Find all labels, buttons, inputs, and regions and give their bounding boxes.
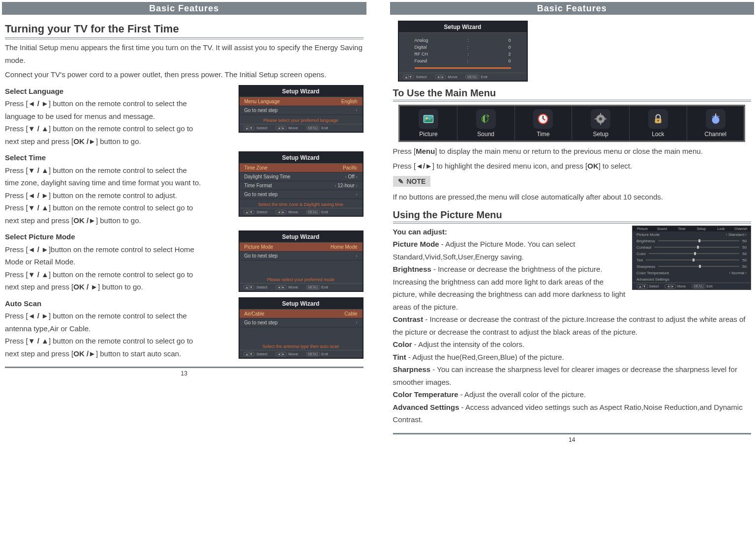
foot-select: Select <box>256 210 267 214</box>
scan-row-found: Found:0 <box>415 57 511 64</box>
intro-1: The Initial Setup menu appears the first… <box>5 41 363 66</box>
chevron-left-icon: ‹ <box>345 174 347 179</box>
chevron-right-icon: › <box>356 174 358 179</box>
pm-row-brightness: Brightness50 <box>633 238 751 244</box>
wizard-footer: ▲/▼ Select ◄/► Move MENU Exit <box>633 283 751 289</box>
foot-exit: Exit <box>481 75 487 79</box>
wizard-row-value: English <box>341 99 358 104</box>
lock-icon <box>648 109 668 129</box>
dpad-vertical-icon: ▲/▼ <box>243 352 255 356</box>
dpad-horizontal-icon: ◄/► <box>435 75 447 79</box>
pm-sharpness: Sharpness - You can increase the sharpne… <box>393 365 737 386</box>
picture-menu-heading: Using the Picture Menu <box>393 209 752 224</box>
adjust-lead: You can adjust: <box>393 228 448 236</box>
pm-row-tint: Tint50 <box>633 257 751 263</box>
wizard-row-next: Go to next step › <box>240 106 363 115</box>
pm-row-colortemp: Color Temperature‹ Normal › <box>633 270 751 276</box>
wizard-footer: ▲/▼Select ◄/►Move MENUExit <box>240 350 363 358</box>
dpad-horizontal-icon: ◄/► <box>665 284 676 288</box>
main-menu-item-lock: Lock <box>630 106 687 141</box>
page-13: Basic Features Turning your TV for the F… <box>2 0 366 443</box>
header-bar-right: Basic Features <box>390 2 755 15</box>
main-menu-label: Setup <box>593 131 608 138</box>
step-title: Select Time <box>5 151 202 164</box>
foot-move: Move <box>448 75 457 79</box>
dpad-vertical-icon: ▲/▼ <box>243 126 255 130</box>
dpad-vertical-icon: ▲/▼ <box>243 210 255 214</box>
step-p2: Press [▼ / ▲] button on the remote contr… <box>5 122 202 147</box>
pm-brightness: Brightness - Increase or decrease the br… <box>393 265 626 311</box>
foot-select: Select <box>416 75 426 79</box>
main-menu-label: Picture <box>419 131 437 138</box>
step-p2: Press [▼ / ▲] button on the remote contr… <box>5 268 202 293</box>
menu-pill-icon: MENU <box>306 285 320 289</box>
dpad-vertical-icon: ▲/▼ <box>636 284 648 288</box>
chevron-left-icon: ‹ <box>334 183 336 188</box>
pm-row-advanced: Advanced Settings <box>633 276 751 283</box>
header-bar-left: Basic Features <box>2 2 366 15</box>
wizard-row-pmode: Picture ModeHome Mode <box>240 243 363 252</box>
pm-color: Color - Adjust the intensity of the colo… <box>393 340 525 348</box>
step-title: Select Picture Mode <box>5 230 202 243</box>
foot-move: Move <box>288 352 298 356</box>
wizard-row-label: Go to next step <box>244 108 278 113</box>
menu-pill-icon: MENU <box>465 75 480 79</box>
pm-colortemp: Color Temperature - Adjust the overall c… <box>393 390 586 399</box>
menu-pill-icon: MENU <box>692 284 706 288</box>
pm-advanced: Advanced Settings - Access advanced vide… <box>393 403 743 424</box>
svg-rect-11 <box>605 118 606 119</box>
foot-select: Select <box>256 352 267 356</box>
scan-row-digital: Digital:0 <box>415 44 511 51</box>
chevron-right-icon: › <box>356 254 358 258</box>
dpad-horizontal-icon: ◄/► <box>275 210 287 214</box>
pm-row-mode: Picture Mode‹ Standard › <box>633 231 751 238</box>
foot-move: Move <box>288 285 298 289</box>
main-menu-item-sound: Sound <box>457 106 515 141</box>
wizard-row-next: Go to next step› <box>240 190 363 199</box>
svg-point-14 <box>712 116 719 124</box>
chevron-right-icon: › <box>356 320 358 325</box>
channel-icon <box>706 109 726 129</box>
wizard-footer: ▲/▼Select ◄/►Move MENUExit <box>399 73 527 81</box>
foot-exit: Exit <box>322 285 328 289</box>
note-text: If no buttons are pressed,the menu will … <box>393 191 752 203</box>
wizard-hint: Please select your preferred mode <box>240 274 363 283</box>
wizard-hint: Please select your preferred language <box>240 115 363 124</box>
foot-exit: Exit <box>322 126 328 130</box>
scan-row-rfch: RF CH:2 <box>415 51 511 57</box>
foot-move: Move <box>288 126 298 130</box>
page-footer: 14 <box>393 433 752 443</box>
main-menu-label: Sound <box>477 131 494 138</box>
picture-menu-mock: Picture Sound Time Setup Lock Channel Pi… <box>632 226 751 290</box>
wizard-row-timeformat: Time Format‹ 12-hour › <box>240 181 363 190</box>
step-picture-mode: Setup Wizard Picture ModeHome Mode Go to… <box>5 230 363 293</box>
menu-pill-icon: MENU <box>306 210 320 214</box>
wizard-row-label: Menu Language <box>244 99 280 104</box>
wizard-time-mock: Setup Wizard Time ZonePacific Daylight S… <box>239 151 363 217</box>
main-menu-label: Channel <box>704 131 726 138</box>
foot-move: Move <box>288 210 298 214</box>
wizard-title: Setup Wizard <box>399 22 527 33</box>
menu-pill-icon: MENU <box>306 352 320 356</box>
step-time: Setup Wizard Time ZonePacific Daylight S… <box>5 151 363 227</box>
dpad-vertical-icon: ▲/▼ <box>243 285 255 289</box>
wizard-title: Setup Wizard <box>240 231 363 243</box>
main-menu-label: Lock <box>652 131 664 138</box>
svg-rect-10 <box>595 118 597 119</box>
picture-menu-tabs: Picture Sound Time Setup Lock Channel <box>633 226 751 231</box>
scan-row-analog: Analog:0 <box>415 37 511 44</box>
foot-exit: Exit <box>322 210 328 214</box>
wizard-row-next: Go to next step› <box>240 252 363 260</box>
page-number: 13 <box>181 370 187 377</box>
wizard-row-next: Go to next step› <box>240 318 363 327</box>
setup-icon <box>591 109 610 129</box>
wizard-scan-result-mock: Setup Wizard Analog:0 Digital:0 RF CH:2 … <box>398 21 528 82</box>
mm-p2: Press [◄/►] to highlight the desired men… <box>393 160 752 172</box>
step-p2: Press [◄ / ►] button on the remote contr… <box>5 189 202 202</box>
wizard-row-timezone: Time ZonePacific <box>240 164 363 172</box>
wizard-row-language: Menu Language English <box>240 97 363 106</box>
svg-point-13 <box>657 120 659 121</box>
wizard-mode-mock: Setup Wizard Picture ModeHome Mode Go to… <box>239 230 363 292</box>
dpad-horizontal-icon: ◄/► <box>275 352 287 356</box>
wizard-title: Setup Wizard <box>240 152 363 164</box>
